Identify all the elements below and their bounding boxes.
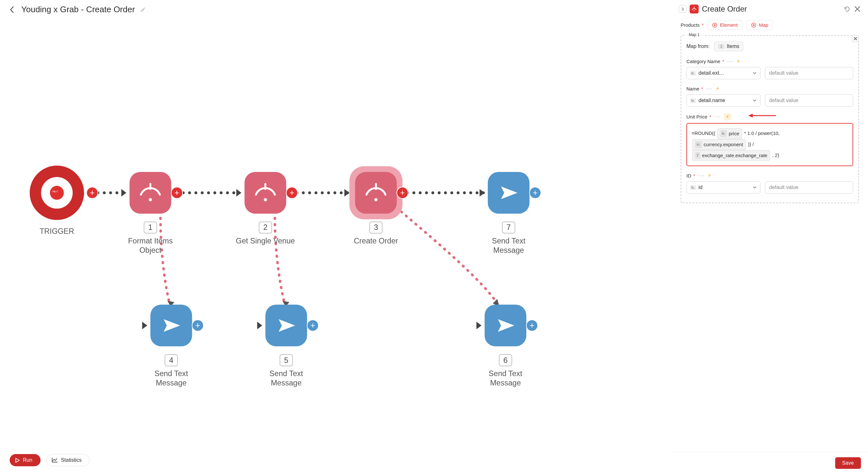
svg-text:+: + [310,321,315,330]
add-element-button[interactable]: Element [707,20,742,30]
products-label: Products * [681,22,704,28]
svg-point-20 [334,191,336,194]
panel-title: Create Order [702,4,840,13]
save-button[interactable]: Save [835,457,861,469]
svg-point-41 [50,186,64,200]
svg-point-6 [188,191,191,194]
svg-text:Send Text: Send Text [492,237,526,245]
svg-text:Send Text: Send Text [270,369,303,378]
svg-text:Object: Object [140,246,162,255]
run-button[interactable]: Run [10,454,40,466]
svg-marker-70 [480,189,485,197]
node-create-order[interactable]: + 3 Create Order [344,166,408,245]
svg-marker-103 [748,114,753,118]
field-options-icon[interactable]: ··· [698,173,705,179]
map-from-label: Map from: [686,43,710,49]
svg-text:+: + [90,188,95,197]
svg-point-2 [103,191,105,194]
svg-point-29 [444,191,447,194]
add-map-button[interactable]: Map [746,20,773,30]
svg-point-21 [340,191,343,194]
svg-point-25 [419,191,422,194]
id-label: ID * [686,173,695,178]
panel-node-number: 3 [679,5,686,13]
map-group: - Map 1 - Map from: 1 Items Category Nam… [681,35,859,203]
svg-text:1: 1 [148,223,153,232]
field-options-icon[interactable]: ··· [706,86,712,92]
category-default-input[interactable]: default value [765,67,853,79]
svg-point-30 [451,191,453,194]
node-send-text-4[interactable]: + 4 Send Text Message [142,305,204,387]
svg-text:+: + [195,321,200,330]
svg-text:http://: http:// [53,190,58,193]
bolt-icon[interactable]: ⚡︎ [708,173,711,179]
svg-point-3 [109,191,112,194]
svg-point-33 [469,191,472,194]
svg-point-28 [438,191,440,194]
svg-text:Get Single Venue: Get Single Venue [236,237,295,245]
name-default-input[interactable]: default value [765,94,853,107]
svg-marker-64 [344,189,350,197]
node-get-single-venue[interactable]: + 2 Get Single Venue [236,172,298,245]
svg-point-16 [308,191,311,194]
svg-text:Message: Message [490,379,521,387]
svg-point-27 [431,191,434,194]
node-send-text-5[interactable]: + 5 Send Text Message [257,305,318,387]
node-send-text-7[interactable]: + 7 Send Text Message [480,172,541,255]
statistics-button[interactable]: Statistics [46,454,90,466]
node-send-text-6[interactable]: + 6 Send Text Message [476,305,538,387]
page-title: Youding x Grab - Create Order [21,4,135,14]
svg-text:Send Text: Send Text [155,369,188,378]
node-format-items[interactable]: + 1 Format Items Object [121,172,183,255]
edit-title-icon[interactable] [140,7,146,12]
bolt-icon[interactable]: ⚡︎ [737,58,740,64]
svg-point-17 [315,191,317,194]
svg-point-7 [194,191,197,194]
svg-point-19 [327,191,330,194]
svg-marker-57 [236,189,242,197]
svg-point-13 [232,191,235,194]
id-default-input[interactable]: default value [765,181,853,194]
back-button[interactable] [8,5,16,14]
svg-point-26 [425,191,428,194]
bolt-icon[interactable]: ⚡︎ [716,86,719,92]
svg-marker-77 [142,322,148,329]
unit-price-label: Unit Price * [686,114,711,119]
close-panel-icon[interactable] [854,5,861,12]
svg-point-8 [200,191,204,194]
svg-marker-84 [257,322,262,329]
svg-text:Format Items: Format Items [128,237,173,245]
annotation-arrow [748,112,777,119]
svg-point-18 [321,191,323,194]
name-select[interactable]: lo. detail.name [686,94,761,107]
trigger-node[interactable]: http:// + TRIGGER [33,169,98,235]
svg-point-31 [457,191,459,194]
svg-text:Send Text: Send Text [489,369,523,378]
bolt-icon[interactable]: ⚡︎ [724,113,731,120]
svg-marker-50 [121,189,127,197]
app-icon [690,4,699,13]
svg-text:Create Order: Create Order [354,237,398,245]
svg-text:2: 2 [264,223,268,232]
unit-price-formula[interactable]: =ROUND(( lo.price * 1.0 / power(10, in.c… [686,123,853,166]
svg-point-10 [213,191,216,194]
map-from-value[interactable]: 1 Items [714,41,743,51]
svg-text:Message: Message [156,379,187,387]
svg-text:Message: Message [493,246,524,255]
category-name-select[interactable]: lo. detail.ext… [686,67,761,79]
svg-point-11 [220,191,222,194]
name-label: Name * [686,86,703,91]
svg-text:+: + [533,188,538,197]
id-select[interactable]: lo. id [686,181,761,194]
svg-marker-91 [476,322,482,329]
map-close-button[interactable] [852,35,859,42]
svg-point-32 [463,191,466,194]
refresh-icon[interactable] [843,5,850,12]
map-legend: - Map 1 - [684,32,704,37]
field-options-icon[interactable]: ··· [727,59,734,64]
field-options-icon[interactable]: ··· [714,114,720,120]
svg-text:+: + [530,321,534,330]
category-name-label: Category Name * [686,59,724,64]
svg-text:+: + [289,188,294,197]
svg-text:Message: Message [271,379,302,387]
